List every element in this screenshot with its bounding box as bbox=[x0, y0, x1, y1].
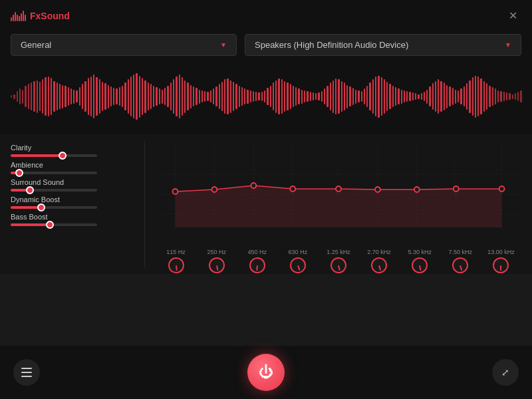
wave-bar bbox=[255, 92, 257, 101]
wave-bar bbox=[509, 93, 510, 99]
device-dropdown[interactable]: Speakers (High Definition Audio Device) … bbox=[245, 34, 521, 56]
wave-bar bbox=[281, 79, 283, 113]
wave-bar bbox=[515, 93, 516, 99]
close-button[interactable]: ✕ bbox=[505, 8, 521, 23]
wave-bar bbox=[412, 92, 414, 100]
eq-knob-1[interactable] bbox=[207, 256, 226, 275]
wave-bar bbox=[421, 93, 422, 99]
slider-fill bbox=[11, 223, 50, 226]
slider-thumb[interactable] bbox=[15, 169, 23, 177]
slider-track-surround-sound[interactable] bbox=[11, 189, 97, 192]
wave-bar bbox=[250, 90, 251, 103]
wave-bar bbox=[293, 86, 294, 108]
slider-thumb[interactable] bbox=[26, 186, 34, 194]
wave-bar bbox=[48, 76, 49, 117]
slider-label-dynamic-boost: Dynamic Boost bbox=[11, 196, 134, 203]
wave-bar bbox=[492, 87, 493, 106]
wave-bar bbox=[415, 93, 416, 99]
slider-row: Ambience bbox=[11, 161, 134, 174]
wave-bar bbox=[327, 86, 328, 108]
wave-bar bbox=[438, 79, 439, 113]
preset-dropdown[interactable]: General ▼ bbox=[11, 34, 237, 56]
eq-knob-2[interactable] bbox=[249, 257, 266, 274]
wave-bar bbox=[406, 91, 408, 102]
wave-bar bbox=[460, 88, 462, 104]
wave-bar bbox=[221, 82, 223, 111]
eq-freq-label-0: 115 Hz bbox=[166, 249, 186, 255]
svg-point-19 bbox=[414, 187, 420, 192]
wave-bar bbox=[418, 94, 419, 99]
wave-bar bbox=[352, 88, 354, 105]
wave-bar bbox=[355, 90, 356, 104]
eq-band-col-8: 13.00 kHz bbox=[483, 249, 518, 273]
slider-thumb[interactable] bbox=[37, 203, 45, 211]
logo-icon bbox=[11, 11, 26, 21]
wave-bar bbox=[324, 88, 325, 104]
wave-bar bbox=[278, 78, 279, 114]
wave-bar bbox=[318, 92, 319, 100]
wave-bar bbox=[398, 88, 399, 104]
slider-thumb[interactable] bbox=[46, 221, 54, 229]
eq-knob-0[interactable] bbox=[167, 257, 184, 274]
wave-bar bbox=[512, 94, 513, 99]
wave-bar bbox=[404, 90, 405, 103]
dropdowns-row: General ▼ Speakers (High Definition Audi… bbox=[0, 29, 532, 61]
wave-bar bbox=[458, 90, 459, 103]
eq-band-col-7: 7.50 kHz bbox=[443, 249, 477, 273]
eq-band-col-5: 2.70 kHz bbox=[362, 249, 396, 273]
wave-bar bbox=[386, 82, 388, 111]
eq-knob-7[interactable] bbox=[450, 255, 470, 275]
wave-bar bbox=[113, 88, 114, 105]
wave-bar bbox=[520, 90, 521, 103]
wave-bar bbox=[429, 86, 430, 106]
wave-bar bbox=[62, 85, 63, 108]
eq-knob-5[interactable] bbox=[369, 255, 389, 275]
power-button[interactable]: ⏻ bbox=[247, 354, 285, 391]
wave-bar bbox=[53, 81, 55, 112]
slider-track-bass-boost[interactable] bbox=[11, 223, 97, 226]
wave-bar bbox=[239, 86, 240, 108]
eq-freq-label-4: 1.25 kHz bbox=[327, 249, 350, 255]
wave-bar bbox=[73, 90, 74, 104]
wave-bar bbox=[84, 81, 86, 112]
hamburger-icon bbox=[21, 368, 32, 369]
wave-bar bbox=[199, 90, 200, 104]
slider-thumb[interactable] bbox=[59, 152, 66, 160]
slider-track-dynamic-boost[interactable] bbox=[11, 206, 97, 209]
wave-bar bbox=[31, 82, 32, 110]
wave-bar bbox=[17, 91, 18, 102]
eq-knob-4[interactable] bbox=[329, 256, 348, 275]
slider-track-clarity[interactable] bbox=[11, 154, 97, 157]
wave-bar bbox=[110, 86, 112, 106]
wave-bar bbox=[264, 90, 265, 103]
eq-svg bbox=[156, 141, 521, 247]
svg-point-16 bbox=[290, 186, 295, 192]
wave-bar bbox=[384, 79, 385, 113]
eq-knob-8[interactable] bbox=[493, 257, 509, 273]
wave-bar bbox=[233, 82, 234, 111]
wave-bar bbox=[11, 95, 12, 98]
wave-bar bbox=[88, 78, 89, 115]
wave-bar bbox=[230, 80, 231, 113]
wave-bar bbox=[213, 88, 214, 104]
wave-bar bbox=[90, 76, 92, 117]
wave-bar bbox=[79, 87, 80, 106]
menu-button[interactable] bbox=[13, 359, 40, 386]
wave-bar bbox=[366, 86, 368, 108]
wave-bar bbox=[196, 88, 197, 105]
wave-bar bbox=[39, 82, 41, 111]
eq-knob-3[interactable] bbox=[288, 255, 308, 275]
eq-band-col-3: 630 Hz bbox=[281, 249, 315, 273]
wave-bar bbox=[392, 86, 394, 108]
eq-freq-label-2: 450 Hz bbox=[248, 249, 267, 255]
slider-row: Surround Sound bbox=[11, 178, 134, 192]
wave-bar bbox=[304, 90, 305, 103]
wave-bar bbox=[45, 77, 46, 116]
wave-bar bbox=[122, 86, 123, 108]
wave-bar bbox=[287, 82, 288, 110]
eq-knob-6[interactable] bbox=[410, 256, 429, 275]
expand-button[interactable]: ⤢ bbox=[492, 359, 519, 386]
wave-bar bbox=[349, 86, 350, 106]
slider-track-ambience[interactable] bbox=[11, 172, 97, 174]
wave-bar bbox=[25, 86, 26, 108]
